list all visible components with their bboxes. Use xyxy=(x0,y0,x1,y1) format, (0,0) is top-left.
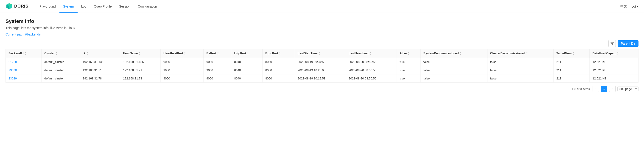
doris-logo-icon xyxy=(6,3,13,10)
cell-systemdecommissioned: false xyxy=(420,74,487,83)
pagination-summary: 1-3 of 3 items xyxy=(572,87,590,91)
backend-id-link[interactable]: 23029 xyxy=(8,77,17,80)
cell-alive: true xyxy=(397,58,421,66)
cell-heartbeatport: 9050 xyxy=(160,58,203,66)
cell-httpport: 8040 xyxy=(231,74,262,83)
cell-cluster: default_cluster xyxy=(42,66,80,74)
col-lastheartbeat[interactable]: LastHeartbeat▲▼ xyxy=(346,49,397,58)
col-brpcport[interactable]: BrpcPort▲▼ xyxy=(262,49,295,58)
backend-id-link[interactable]: 21228 xyxy=(8,60,17,64)
user-menu[interactable]: root ▾ xyxy=(630,4,638,8)
cell-brpcport: 8060 xyxy=(262,58,295,66)
col-heartbeatport[interactable]: HeartbeatPort▲▼ xyxy=(160,49,203,58)
col-ip[interactable]: IP▲▼ xyxy=(80,49,120,58)
cell-hostname: 192.168.31.78 xyxy=(120,74,161,83)
cell-cluster: default_cluster xyxy=(42,74,80,83)
cell-ip: 192.168.31.136 xyxy=(80,58,120,66)
nav-playground[interactable]: Playground xyxy=(36,0,60,12)
table-row: 23029default_cluster192.168.31.78192.168… xyxy=(6,74,638,83)
logo: DORIS xyxy=(6,3,28,10)
parent-dir-button[interactable]: Parent Dir xyxy=(618,40,638,47)
col-laststarttime[interactable]: LastStartTime▲▼ xyxy=(295,49,346,58)
cell-laststarttime: 2023-08-19 10:20:05 xyxy=(295,66,346,74)
data-table: BackendId▲▼ Cluster▲▼ IP▲▼ HostName▲▼ He… xyxy=(6,49,638,83)
page-title: System Info xyxy=(6,18,638,24)
cell-systemdecommissioned: false xyxy=(420,58,487,66)
cell-laststarttime: 2023-08-19 10:19:53 xyxy=(295,74,346,83)
col-systemdecommissioned[interactable]: SystemDecommissioned▲▼ xyxy=(420,49,487,58)
col-tabletnum[interactable]: TabletNum▲▼ xyxy=(554,49,590,58)
cell-heartbeatport: 9050 xyxy=(160,66,203,74)
table-header-row: BackendId▲▼ Cluster▲▼ IP▲▼ HostName▲▼ He… xyxy=(6,49,638,58)
nav-session[interactable]: Session xyxy=(116,0,134,12)
cell-ip: 192.168.31.71 xyxy=(80,66,120,74)
filter-icon xyxy=(610,42,614,45)
col-alive[interactable]: Alive▲▼ xyxy=(397,49,421,58)
cell-datausedcapacity: 12.621 KB xyxy=(590,66,638,74)
cell-lastheartbeat: 2023-08-20 08:50:56 xyxy=(346,66,397,74)
data-table-wrapper: BackendId▲▼ Cluster▲▼ IP▲▼ HostName▲▼ He… xyxy=(6,49,638,83)
filter-button[interactable] xyxy=(608,40,616,47)
cell-httpport: 8040 xyxy=(231,66,262,74)
cell-tabletnum: 211 xyxy=(554,74,590,83)
cell-hostname: 192.168.31.136 xyxy=(120,58,161,66)
cell-backendid[interactable]: 23029 xyxy=(6,74,42,83)
cell-beport: 9060 xyxy=(204,74,231,83)
toolbar: Parent Dir xyxy=(6,40,638,47)
col-datausedcapacity[interactable]: DataUsedCapa...▲▼ xyxy=(590,49,638,58)
col-cluster[interactable]: Cluster▲▼ xyxy=(42,49,80,58)
cell-alive: true xyxy=(397,74,421,83)
cell-tabletnum: 211 xyxy=(554,66,590,74)
cell-hostname: 192.168.31.71 xyxy=(120,66,161,74)
cell-lastheartbeat: 2023-08-20 08:50:56 xyxy=(346,58,397,66)
cell-datausedcapacity: 12.621 KB xyxy=(590,58,638,66)
nav-configuration[interactable]: Configuration xyxy=(134,0,161,12)
cell-datausedcapacity: 12.621 KB xyxy=(590,74,638,83)
col-backendid[interactable]: BackendId▲▼ xyxy=(6,49,42,58)
header: DORIS Playground System Log QueryProfile… xyxy=(0,0,644,13)
user-label: root xyxy=(630,4,636,8)
backend-id-link[interactable]: 23030 xyxy=(8,68,17,72)
table-row: 21228default_cluster192.168.31.136192.16… xyxy=(6,58,638,66)
col-hostname[interactable]: HostName▲▼ xyxy=(120,49,161,58)
col-httpport[interactable]: HttpPort▲▼ xyxy=(231,49,262,58)
table-body: 21228default_cluster192.168.31.136192.16… xyxy=(6,58,638,83)
cell-backendid[interactable]: 23030 xyxy=(6,66,42,74)
cell-clusterdecommissioned: false xyxy=(487,58,554,66)
pagination: 1-3 of 3 items ‹ 1 › 30 / page 50 / page… xyxy=(6,83,638,93)
cell-backendid[interactable]: 21228 xyxy=(6,58,42,66)
cell-alive: true xyxy=(397,66,421,74)
page-description: This page lists the system info, like /p… xyxy=(6,26,638,30)
cell-clusterdecommissioned: false xyxy=(487,74,554,83)
nav-queryprofile[interactable]: QueryProfile xyxy=(90,0,116,12)
main-content: System Info This page lists the system i… xyxy=(0,13,644,97)
cell-lastheartbeat: 2023-08-20 08:50:56 xyxy=(346,74,397,83)
cell-brpcport: 8060 xyxy=(262,66,295,74)
cell-beport: 9060 xyxy=(204,58,231,66)
current-page-button[interactable]: 1 xyxy=(601,86,607,92)
cell-laststarttime: 2023-08-19 09:34:53 xyxy=(295,58,346,66)
cell-httpport: 8040 xyxy=(231,58,262,66)
per-page-select[interactable]: 30 / page 50 / page 100 / page xyxy=(618,87,638,91)
cell-heartbeatport: 9050 xyxy=(160,74,203,83)
nav: Playground System Log QueryProfile Sessi… xyxy=(36,0,161,12)
cell-beport: 9060 xyxy=(204,66,231,74)
prev-page-button[interactable]: ‹ xyxy=(592,86,599,92)
nav-system[interactable]: System xyxy=(60,0,78,12)
current-path[interactable]: Current path: //backends xyxy=(6,32,638,36)
language-button[interactable]: 中文 xyxy=(620,4,627,8)
next-page-button[interactable]: › xyxy=(609,86,616,92)
col-beport[interactable]: BePort▲▼ xyxy=(204,49,231,58)
cell-brpcport: 8060 xyxy=(262,74,295,83)
user-dropdown-icon: ▾ xyxy=(637,4,638,8)
cell-clusterdecommissioned: false xyxy=(487,66,554,74)
cell-systemdecommissioned: false xyxy=(420,66,487,74)
logo-text: DORIS xyxy=(14,4,28,9)
col-clusterdecommissioned[interactable]: ClusterDecommissioned▲▼ xyxy=(487,49,554,58)
cell-ip: 192.168.31.78 xyxy=(80,74,120,83)
cell-cluster: default_cluster xyxy=(42,58,80,66)
table-row: 23030default_cluster192.168.31.71192.168… xyxy=(6,66,638,74)
header-right: 中文 root ▾ xyxy=(620,4,638,8)
nav-log[interactable]: Log xyxy=(78,0,90,12)
cell-tabletnum: 211 xyxy=(554,58,590,66)
